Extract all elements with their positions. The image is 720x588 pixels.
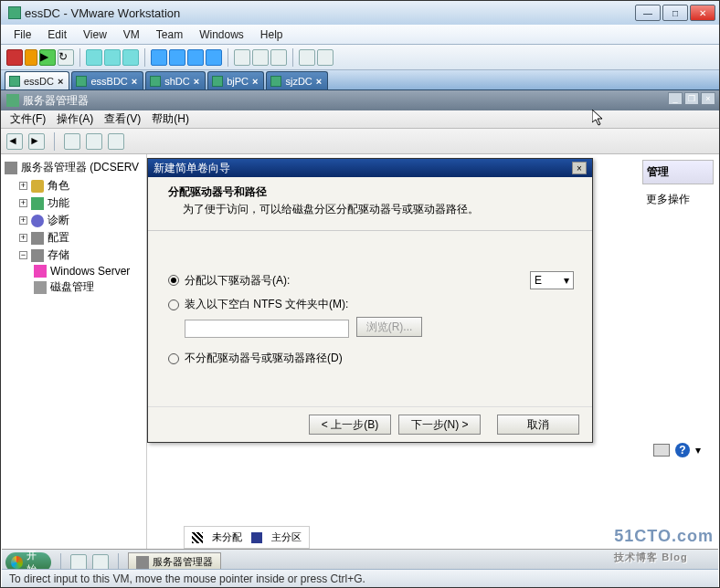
unity-button[interactable]: [187, 49, 204, 66]
revert-button[interactable]: [104, 49, 121, 66]
vmware-icon: [8, 6, 21, 19]
tab-shdc[interactable]: shDC×: [145, 71, 206, 89]
close-button[interactable]: ✕: [690, 5, 715, 21]
sm-menu-action[interactable]: 操作(A): [53, 111, 97, 127]
dropdown-arrow-icon[interactable]: ▾: [695, 444, 701, 457]
actions-more[interactable]: 更多操作: [642, 188, 714, 211]
help-round-icon[interactable]: ?: [675, 443, 690, 457]
tree-features[interactable]: +功能: [5, 194, 143, 212]
summary-button[interactable]: [234, 49, 250, 66]
status-bar: To direct input to this VM, move the mou…: [2, 569, 718, 587]
menu-team[interactable]: Team: [149, 26, 190, 43]
refresh-icon[interactable]: [64, 133, 80, 150]
tab-close-icon[interactable]: ×: [316, 76, 322, 87]
quick-launch-1[interactable]: [70, 554, 87, 571]
wizard-close-button[interactable]: ×: [572, 162, 587, 174]
wizard-heading: 分配驱动器号和路径: [168, 184, 572, 200]
expand-icon[interactable]: +: [19, 234, 27, 242]
power-on-button[interactable]: ▶: [39, 49, 56, 66]
menu-bar: File Edit View VM Team Windows Help: [1, 25, 719, 45]
browse-button: 浏览(R)...: [356, 317, 422, 337]
menu-windows[interactable]: Windows: [192, 26, 251, 43]
status-text: To direct input to this VM, move the mou…: [9, 572, 365, 585]
misc-button-2[interactable]: [317, 49, 334, 66]
maximize-button[interactable]: □: [662, 5, 688, 21]
collapse-icon[interactable]: −: [19, 251, 27, 259]
suspend-button[interactable]: [25, 49, 37, 66]
guest-close[interactable]: ×: [701, 92, 715, 105]
tab-close-icon[interactable]: ×: [132, 76, 137, 87]
sm-menu-file[interactable]: 文件(F): [6, 111, 49, 127]
misc-button-1[interactable]: [299, 49, 315, 66]
tab-close-icon[interactable]: ×: [58, 76, 63, 87]
help-icon[interactable]: [108, 133, 124, 150]
radio-icon[interactable]: [168, 353, 179, 364]
minimize-button[interactable]: —: [635, 5, 661, 21]
window-title: essDC - VMware Workstation: [25, 6, 180, 20]
option-assign-letter[interactable]: 分配以下驱动器号(A): E▾: [168, 268, 574, 293]
cancel-button[interactable]: 取消: [497, 415, 579, 435]
chevron-down-icon: ▾: [564, 274, 569, 287]
windows-orb-icon: [11, 556, 23, 569]
power-off-button[interactable]: [6, 49, 23, 66]
appliance-view-button[interactable]: [270, 49, 287, 66]
sm-menu-help[interactable]: 帮助(H): [148, 111, 193, 127]
sm-menu-view[interactable]: 查看(V): [101, 111, 144, 127]
storage-icon: [31, 249, 44, 262]
manage-snapshot-button[interactable]: [122, 49, 139, 66]
device-icon[interactable]: [653, 444, 670, 457]
view-button[interactable]: [206, 49, 222, 66]
props-icon[interactable]: [86, 133, 102, 150]
tree-config[interactable]: +配置: [5, 229, 143, 247]
expand-icon[interactable]: +: [19, 182, 27, 190]
forward-icon[interactable]: ►: [28, 133, 45, 150]
tab-close-icon[interactable]: ×: [252, 76, 258, 87]
guest-restore[interactable]: ❐: [684, 92, 699, 105]
menu-file[interactable]: File: [6, 26, 38, 43]
reset-button[interactable]: ↻: [58, 49, 74, 66]
tab-close-icon[interactable]: ×: [194, 76, 199, 87]
back-button[interactable]: < 上一步(B): [309, 415, 391, 435]
expand-icon[interactable]: +: [19, 216, 27, 225]
drive-letter-select[interactable]: E▾: [530, 271, 574, 289]
back-icon[interactable]: ◄: [6, 133, 23, 150]
radio-selected-icon[interactable]: [168, 275, 179, 286]
option-no-assign[interactable]: 不分配驱动器号或驱动器路径(D): [168, 347, 574, 370]
tree-root[interactable]: 服务器管理器 (DCSERV: [5, 158, 143, 177]
console-view-button[interactable]: [252, 49, 269, 66]
menu-edit[interactable]: Edit: [40, 26, 74, 43]
vm-icon: [212, 76, 223, 87]
show-console-button[interactable]: [151, 49, 167, 66]
snapshot-button[interactable]: [86, 49, 102, 66]
tab-bjpc[interactable]: bjPC×: [207, 71, 264, 89]
roles-icon: [31, 180, 44, 193]
disk-icon: [34, 281, 47, 294]
next-button[interactable]: 下一步(N) >: [398, 415, 481, 435]
actions-header: 管理: [642, 160, 714, 184]
quick-launch-2[interactable]: [92, 554, 109, 571]
tree-wsb[interactable]: Windows Server: [5, 264, 143, 278]
wizard-title: 新建简单卷向导: [154, 161, 230, 176]
diag-icon: [31, 215, 44, 227]
tab-essbdc[interactable]: essBDC×: [71, 71, 143, 89]
radio-icon[interactable]: [168, 299, 179, 310]
wizard-titlebar[interactable]: 新建简单卷向导 ×: [148, 159, 592, 177]
tree-storage[interactable]: −存储: [5, 247, 143, 264]
tab-sjzdc[interactable]: sjzDC×: [266, 71, 328, 89]
tab-essdc[interactable]: essDC×: [5, 71, 69, 89]
expand-icon[interactable]: +: [19, 199, 27, 207]
menu-help[interactable]: Help: [253, 26, 291, 43]
disk-legend: 未分配 主分区: [184, 526, 310, 549]
tree-diskmgmt[interactable]: 磁盘管理: [5, 278, 143, 296]
watermark: 51CTO.com 技术博客 Blog: [614, 527, 714, 565]
mount-path-input[interactable]: [185, 320, 349, 338]
guest-minimize[interactable]: _: [668, 92, 683, 105]
tree-diag[interactable]: +诊断: [5, 212, 143, 229]
fullscreen-button[interactable]: [169, 49, 185, 66]
vm-icon: [270, 76, 281, 87]
menu-vm[interactable]: VM: [116, 26, 147, 43]
sm-toolbar: ◄ ►: [1, 129, 719, 154]
menu-view[interactable]: View: [76, 26, 114, 43]
tree-roles[interactable]: +角色: [5, 177, 143, 194]
option-mount-folder[interactable]: 装入以下空白 NTFS 文件夹中(M):: [168, 293, 574, 316]
